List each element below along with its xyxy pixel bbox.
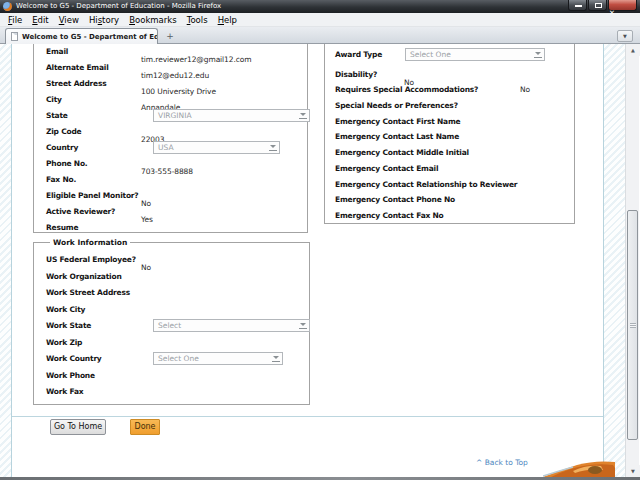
field-special-accommodations: Requires Special Accommodations?No: [335, 85, 574, 101]
close-icon: ✕: [609, 9, 615, 17]
window-title: Welcome to G5 - Department of Education …: [16, 0, 221, 13]
field-work-fax: Work Fax: [46, 387, 309, 404]
scroll-down-button[interactable]: ▼: [626, 465, 640, 477]
minimize-button[interactable]: [568, 0, 587, 11]
scroll-up-button[interactable]: ▲: [626, 44, 640, 56]
work-state-select[interactable]: Select: [153, 319, 310, 332]
firefox-icon: [3, 2, 12, 11]
right-content-border: [603, 44, 604, 477]
g5-logo-graphic: [543, 456, 615, 477]
menu-help[interactable]: Help: [213, 13, 242, 27]
state-select[interactable]: VIRGINIA: [153, 109, 310, 122]
menu-bookmarks[interactable]: Bookmarks: [124, 13, 182, 27]
field-ec-fax: Emergency Contact Fax No: [335, 211, 574, 227]
list-all-tabs-button[interactable]: ▼: [617, 30, 633, 42]
field-special-needs: Special Needs or Preferences?: [335, 101, 574, 117]
right-margin-stripes: [604, 44, 625, 477]
field-work-phone: Work Phone: [46, 371, 309, 388]
work-information-box: Work Information US Federal Employee?No …: [33, 238, 310, 405]
field-ec-last-name: Emergency Contact Last Name: [335, 132, 574, 148]
field-phone: Phone No.703-555-8888: [46, 159, 307, 175]
field-country: Country USA: [46, 143, 307, 159]
field-ec-middle-initial: Emergency Contact Middle Initial: [335, 148, 574, 164]
browser-window: Welcome to G5 - Department of Education …: [0, 0, 640, 480]
menu-history[interactable]: History: [84, 13, 124, 27]
done-button[interactable]: Done: [130, 419, 160, 435]
country-select[interactable]: USA: [153, 141, 280, 154]
window-controls: ✕: [567, 0, 637, 11]
maximize-button[interactable]: [588, 0, 607, 11]
award-info-box: Award Type Select One Disability?No Requ…: [324, 44, 575, 224]
field-ec-email: Emergency Contact Email: [335, 164, 574, 180]
field-ec-phone: Emergency Contact Phone No: [335, 195, 574, 211]
field-active-reviewer: Active Reviewer?Yes: [46, 207, 307, 223]
field-alternate-email: Alternate Emailtim12@edu12.edu: [46, 63, 307, 79]
back-to-top-link[interactable]: ^ Back to Top: [476, 458, 528, 467]
tab-welcome-g5[interactable]: Welcome to G5 - Department of Edu...: [5, 28, 158, 44]
content-divider: [12, 416, 603, 417]
field-resume: Resume: [46, 223, 307, 239]
field-award-type: Award Type Select One: [335, 50, 574, 66]
field-work-organization: Work Organization: [46, 272, 309, 289]
minimize-icon: [575, 5, 582, 7]
close-button[interactable]: ✕: [608, 0, 637, 11]
vertical-scrollbar[interactable]: ▲ ▼: [625, 44, 639, 477]
award-type-select[interactable]: Select One: [405, 48, 545, 61]
caret-up-icon: ^: [476, 458, 482, 467]
contact-info-box: Emailtim.reviewer12@gmail12.com Alternat…: [33, 44, 308, 233]
go-to-home-button[interactable]: Go To Home: [50, 419, 106, 435]
field-email: Emailtim.reviewer12@gmail12.com: [46, 47, 307, 63]
field-fax: Fax No.: [46, 175, 307, 191]
work-information-legend: Work Information: [50, 238, 130, 247]
scrollbar-grip: [630, 323, 636, 328]
menu-tools[interactable]: Tools: [182, 13, 213, 27]
field-eligible-panel-monitor: Eligible Panel Monitor?No: [46, 191, 307, 207]
scrollbar-thumb[interactable]: [627, 210, 638, 440]
field-ec-first-name: Emergency Contact First Name: [335, 117, 574, 133]
page-icon: [11, 32, 18, 41]
left-margin-stripes: [0, 44, 11, 477]
field-work-country: Work Country Select One: [46, 354, 309, 371]
work-country-select[interactable]: Select One: [153, 352, 283, 365]
left-content-border: [11, 44, 12, 477]
title-bar: Welcome to G5 - Department of Education …: [0, 0, 640, 13]
field-ec-relationship: Emergency Contact Relationship to Review…: [335, 180, 574, 196]
field-state: State VIRGINIA: [46, 111, 307, 127]
tab-title: Welcome to G5 - Department of Edu...: [22, 33, 158, 41]
new-tab-button[interactable]: +: [163, 30, 177, 42]
menu-file[interactable]: File: [3, 13, 27, 27]
maximize-icon: [595, 3, 602, 8]
page-content: Emailtim.reviewer12@gmail12.com Alternat…: [0, 44, 640, 477]
field-street-address: Street Address100 University Drive: [46, 79, 307, 95]
menu-edit[interactable]: Edit: [27, 13, 53, 27]
menu-view[interactable]: View: [54, 13, 84, 27]
menu-bar: File Edit View History Bookmarks Tools H…: [0, 13, 640, 27]
field-work-street-address: Work Street Address: [46, 288, 309, 305]
field-work-state: Work State Select: [46, 321, 309, 338]
field-disability: Disability?No: [335, 70, 574, 86]
field-us-federal-employee: US Federal Employee?No: [46, 255, 309, 272]
tab-bar: Welcome to G5 - Department of Edu... + ▼: [0, 27, 640, 44]
